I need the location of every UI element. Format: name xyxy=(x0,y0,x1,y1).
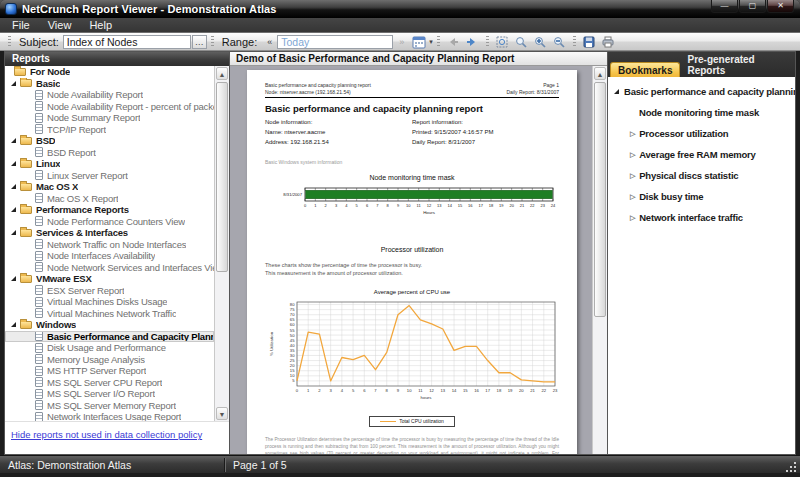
expanded-icon[interactable] xyxy=(11,230,16,235)
svg-text:5: 5 xyxy=(352,388,355,393)
tree-item-node-interfaces-availability[interactable]: Node Interfaces Availability xyxy=(5,250,214,262)
tree-item-virtual-machines-disks-usage[interactable]: Virtual Machines Disks Usage xyxy=(5,296,214,308)
tree-item-linux-server-report[interactable]: Linux Server Report xyxy=(5,170,214,182)
minimize-button[interactable]: — xyxy=(711,0,738,13)
tree-category-linux[interactable]: Linux xyxy=(5,158,214,170)
scroll-up-icon[interactable]: ▲ xyxy=(594,67,606,80)
tree-item-label: Linux Server Report xyxy=(47,170,128,181)
collapsed-icon[interactable]: ▷ xyxy=(630,130,635,138)
expanded-icon[interactable] xyxy=(11,138,16,143)
tree-item-label: Node Summary Report xyxy=(47,112,140,123)
tree-item-basic-performance-and-capacity-planning-report[interactable]: Basic Performance and Capacity Planning … xyxy=(5,331,214,343)
tree-item-ms-http-server-report[interactable]: MS HTTP Server Report xyxy=(5,365,214,377)
expanded-icon[interactable] xyxy=(614,89,619,94)
print-icon[interactable] xyxy=(600,34,617,50)
expanded-icon[interactable] xyxy=(11,276,16,281)
tree-category-bsd[interactable]: BSD xyxy=(5,135,214,147)
page-header-daily: Daily Report: 8/31/2007 xyxy=(506,89,559,96)
tree-category-performance-reports[interactable]: Performance Reports xyxy=(5,204,214,216)
svg-text:15: 15 xyxy=(290,368,295,373)
tree-item-mac-os-x-report[interactable]: Mac OS X Report xyxy=(5,193,214,205)
scroll-up-icon[interactable]: ▲ xyxy=(216,67,228,80)
svg-text:17: 17 xyxy=(478,203,483,208)
collapsed-icon[interactable]: ▷ xyxy=(630,151,635,159)
menu-file[interactable]: File xyxy=(12,19,30,31)
expanded-icon[interactable] xyxy=(11,184,16,189)
bookmark-processor-utilization[interactable]: ▷Processor utilization xyxy=(608,123,795,144)
tab-bookmarks[interactable]: Bookmarks xyxy=(610,62,680,77)
tree-item-tcp-ip-report[interactable]: TCP/IP Report xyxy=(5,124,214,136)
tree-item-node-availability-report-percent-of-packet-lost[interactable]: Node Availability Report - percent of pa… xyxy=(5,101,214,113)
tree-category-services-interfaces[interactable]: Services & Interfaces xyxy=(5,227,214,239)
preview-scrollbar[interactable]: ▲ xyxy=(592,66,607,454)
tree-category-vmware-esx[interactable]: VMware ESX xyxy=(5,273,214,285)
tree-item-node-performance-counters-view[interactable]: Node Performance Counters View xyxy=(5,216,214,228)
collapsed-icon[interactable]: ▷ xyxy=(630,214,635,222)
scrollbar-thumb[interactable] xyxy=(216,82,228,272)
tree-category-label: Linux xyxy=(36,158,60,169)
tree-item-bsd-report[interactable]: BSD Report xyxy=(5,147,214,159)
tree-item-virtual-machines-network-traffic[interactable]: Virtual Machines Network Traffic xyxy=(5,308,214,320)
expanded-icon[interactable] xyxy=(11,81,16,86)
bookmark-average-free-ram-memory[interactable]: ▷Average free RAM memory xyxy=(608,144,795,165)
hide-reports-link[interactable]: Hide reports not used in data collection… xyxy=(11,429,202,440)
tree-item-ms-sql-server-i-o-report[interactable]: MS SQL Server I/O Report xyxy=(5,388,214,400)
bookmark-basic-performance-and-capacity-planning-report[interactable]: Basic performance and capacity planning … xyxy=(608,81,795,102)
tab-pre-generated-reports[interactable]: Pre-generated Reports xyxy=(680,52,795,77)
tree-category-mac-os-x[interactable]: Mac OS X xyxy=(5,181,214,193)
bookmark-disk-busy-time[interactable]: ▷Disk busy time xyxy=(608,186,795,207)
bookmark-node-monitoring-time-mask[interactable]: Node monitoring time mask xyxy=(608,102,795,123)
zoom-select-icon[interactable] xyxy=(513,34,530,50)
zoom-in-icon[interactable] xyxy=(532,34,549,50)
tree-item-network-traffic-on-node-interfaces[interactable]: Network Traffic on Node Interfaces xyxy=(5,239,214,251)
tree-item-memory-usage-analysis[interactable]: Memory Usage Analysis xyxy=(5,354,214,366)
bookmark-label: Processor utilization xyxy=(639,128,728,139)
tree-item-label: Mac OS X Report xyxy=(47,193,118,204)
expanded-icon[interactable] xyxy=(11,161,16,166)
section-desc-2: This measurement is the amount of proces… xyxy=(265,270,559,278)
tree-item-ms-sql-server-memory-report[interactable]: MS SQL Server Memory Report xyxy=(5,400,214,412)
back-icon[interactable] xyxy=(445,34,462,50)
collapsed-icon[interactable]: ▷ xyxy=(630,172,635,180)
subject-browse-button[interactable]: … xyxy=(192,35,207,49)
tree-item-disk-usage-and-performance[interactable]: Disk Usage and Performance xyxy=(5,342,214,354)
zoom-out-icon[interactable] xyxy=(551,34,568,50)
subject-input[interactable] xyxy=(63,35,191,49)
range-input[interactable] xyxy=(277,35,393,49)
range-next-button[interactable]: » xyxy=(394,35,409,49)
calendar-icon[interactable] xyxy=(410,34,427,50)
report-note: Basic Windows system information xyxy=(265,159,559,165)
zoom-fit-icon[interactable] xyxy=(494,34,511,50)
tree-item-network-interfaces-usage-report[interactable]: Network Interfaces Usage Report xyxy=(5,411,214,421)
save-icon[interactable] xyxy=(581,34,598,50)
collapsed-icon[interactable]: ▷ xyxy=(630,193,635,201)
expanded-icon[interactable] xyxy=(11,322,16,327)
toolbar-grip xyxy=(8,36,11,48)
tree-category-windows[interactable]: Windows xyxy=(5,319,214,331)
range-prev-button[interactable]: « xyxy=(262,35,277,49)
svg-text:15: 15 xyxy=(458,203,463,208)
close-button[interactable]: ✕ xyxy=(767,0,794,13)
tree-item-esx-server-report[interactable]: ESX Server Report xyxy=(5,285,214,297)
tree-item-node-summary-report[interactable]: Node Summary Report xyxy=(5,112,214,124)
bookmark-network-interface-traffic[interactable]: ▷Network interface traffic xyxy=(608,207,795,228)
scroll-down-icon[interactable]: ▼ xyxy=(216,407,228,420)
menu-view[interactable]: View xyxy=(48,19,72,31)
toolbar-grip xyxy=(486,36,489,48)
scrollbar-thumb[interactable] xyxy=(594,82,606,317)
tree-category-basic[interactable]: Basic xyxy=(5,78,214,90)
tree-item-node-network-services-and-interfaces-view[interactable]: Node Network Services and Interfaces Vie… xyxy=(5,262,214,274)
bookmark-physical-discs-statistic[interactable]: ▷Physical discs statistic xyxy=(608,165,795,186)
tree-category-for-node[interactable]: For Node xyxy=(5,66,214,78)
legend-line-sample xyxy=(380,421,396,422)
reports-scrollbar[interactable]: ▲ ▼ xyxy=(214,66,229,421)
calendar-dropdown-icon[interactable]: ▾ xyxy=(429,38,433,46)
tree-item-node-availability-report[interactable]: Node Availability Report xyxy=(5,89,214,101)
forward-icon[interactable] xyxy=(464,34,481,50)
maximize-button[interactable]: ▢ xyxy=(739,0,766,13)
tree-item-ms-sql-server-cpu-report[interactable]: MS SQL Server CPU Report xyxy=(5,377,214,389)
expanded-icon[interactable] xyxy=(11,207,16,212)
timemask-chart-title: Node monitoring time mask xyxy=(265,174,559,181)
menu-help[interactable]: Help xyxy=(89,19,112,31)
resize-grip[interactable] xyxy=(786,462,797,473)
